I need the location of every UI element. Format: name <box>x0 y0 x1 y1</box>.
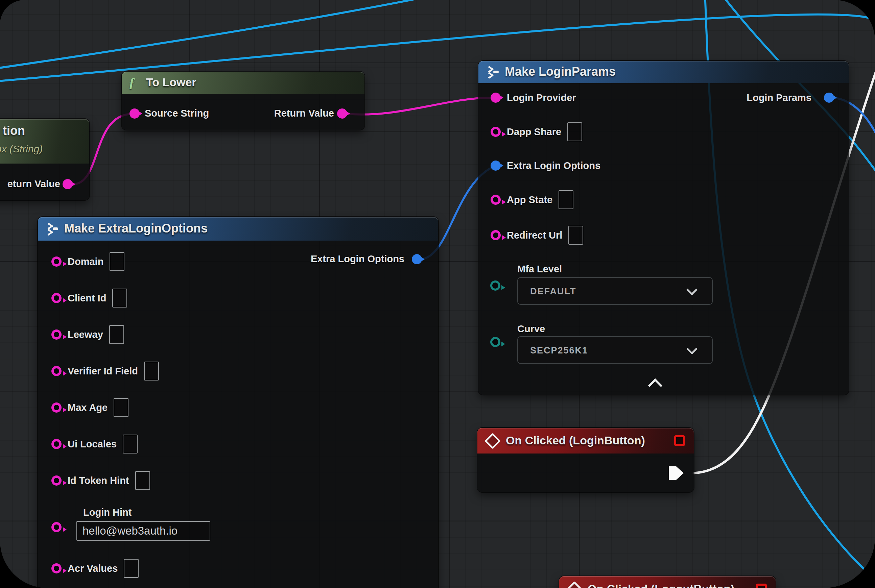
output-pin-login-params[interactable] <box>824 93 834 103</box>
pin-row-app-state: App State <box>490 190 573 210</box>
input-pin-login-provider[interactable] <box>490 93 501 103</box>
pin-label-leeway: Leeway <box>68 329 103 340</box>
pin-label-ui-locales: Ui Locales <box>68 439 117 450</box>
pin-row-id-token-hint: Id Token Hint <box>51 470 150 490</box>
node-make-login-params[interactable]: Make LoginParams Login Provider Dapp Sha… <box>478 61 849 395</box>
pin-row-client-id: Client Id <box>51 288 127 308</box>
domain-value-box[interactable] <box>110 252 125 271</box>
pin-row-extra-login-options-in: Extra Login Options <box>490 156 600 176</box>
node-title: On Clicked (LogoutButton) <box>588 582 734 588</box>
input-pin-max-age[interactable] <box>51 402 62 412</box>
node-make-extra-login-options[interactable]: Make ExtraLoginOptions Domain Client Id … <box>38 217 438 588</box>
pin-row-acr-values: Acr Values <box>51 558 138 579</box>
input-pin-client-id[interactable] <box>51 293 62 303</box>
pin-label-mfa-level: Mfa Level <box>517 264 562 275</box>
input-pin-domain[interactable] <box>51 256 62 267</box>
acr-values-value-box[interactable] <box>124 559 138 578</box>
screenshot-frame: tion ox (String) eturn Value ƒ To Lower … <box>0 0 875 588</box>
pin-label-dapp-share: Dapp Share <box>507 126 561 138</box>
pin-row-leeway: Leeway <box>51 324 124 345</box>
curve-value: SECP256K1 <box>530 337 588 364</box>
wire-cyan-diagonal-1 <box>0 0 453 69</box>
event-diamond-icon <box>566 581 583 588</box>
pin-row-ui-locales: Ui Locales <box>51 434 138 454</box>
app-state-value-box[interactable] <box>559 190 573 209</box>
output-pin-extra-login-options[interactable] <box>412 254 422 264</box>
node-to-lower[interactable]: ƒ To Lower Source String Return Value <box>122 72 364 130</box>
pin-label-login-hint: Login Hint <box>83 507 132 518</box>
node-subtitle-fragment: ox (String) <box>0 143 43 155</box>
pin-label-redirect-url: Redirect Url <box>507 230 562 241</box>
input-pin-extra-login-options[interactable] <box>490 160 501 171</box>
pin-row-dapp-share: Dapp Share <box>490 122 582 142</box>
input-pin-source-string[interactable] <box>129 108 140 118</box>
exec-output-pin[interactable] <box>669 466 684 480</box>
input-pin-leeway[interactable] <box>51 330 62 340</box>
leeway-value-box[interactable] <box>109 325 124 344</box>
pin-row-verifier-id-field: Verifier Id Field <box>51 361 159 381</box>
node-on-clicked-login-header[interactable]: On Clicked (LoginButton) <box>477 428 694 453</box>
node-partial-function-header[interactable]: tion ox (String) <box>0 119 89 164</box>
output-pin-return-value-partial[interactable] <box>63 179 73 189</box>
blueprint-graph-canvas[interactable]: tion ox (String) eturn Value ƒ To Lower … <box>0 0 875 588</box>
node-partial-function[interactable]: tion ox (String) eturn Value <box>0 119 89 200</box>
ui-locales-value-box[interactable] <box>123 435 138 453</box>
pin-label-curve: Curve <box>517 323 545 334</box>
event-red-square-icon[interactable] <box>674 435 685 446</box>
pin-label-extra-login-options-out: Extra Login Options <box>311 254 404 265</box>
input-pin-redirect-url[interactable] <box>490 230 501 240</box>
node-make-extra-login-options-header[interactable]: Make ExtraLoginOptions <box>38 217 438 241</box>
mfa-level-value: DEFAULT <box>530 278 576 305</box>
pin-label-return-value: Return Value <box>274 108 334 119</box>
max-age-value-box[interactable] <box>114 398 128 417</box>
node-on-clicked-logout-header[interactable]: On Clicked (LogoutButton) <box>559 576 776 588</box>
pin-row-domain: Domain <box>51 251 125 272</box>
pin-label-app-state: App State <box>507 194 552 206</box>
node-title: To Lower <box>146 76 197 89</box>
pure-function-icon: ƒ <box>128 74 135 90</box>
node-to-lower-header[interactable]: ƒ To Lower <box>122 72 364 94</box>
make-struct-icon <box>45 222 59 236</box>
id-token-hint-value-box[interactable] <box>135 471 150 490</box>
node-make-login-params-header[interactable]: Make LoginParams <box>478 61 849 83</box>
pin-label-login-params-out: Login Params <box>747 92 812 104</box>
input-pin-acr-values[interactable] <box>51 563 62 573</box>
node-title: On Clicked (LoginButton) <box>506 434 645 447</box>
verifier-id-field-value-box[interactable] <box>144 362 159 381</box>
client-id-value-box[interactable] <box>112 289 127 308</box>
pin-row-redirect-url: Redirect Url <box>490 225 583 245</box>
output-pin-return-value[interactable] <box>337 108 347 118</box>
node-title-fragment: tion <box>3 124 25 138</box>
pin-label-login-provider: Login Provider <box>507 92 576 104</box>
node-on-clicked-login-button[interactable]: On Clicked (LoginButton) <box>477 428 694 492</box>
node-on-clicked-logout-button[interactable]: On Clicked (LogoutButton) <box>559 576 776 588</box>
chevron-down-icon <box>686 344 698 354</box>
node-title: Make ExtraLoginOptions <box>64 221 207 236</box>
mfa-level-dropdown[interactable]: DEFAULT <box>517 277 713 305</box>
node-title: Make LoginParams <box>505 64 616 79</box>
input-pin-login-hint[interactable] <box>51 522 62 532</box>
input-pin-mfa-level[interactable] <box>490 280 501 291</box>
collapse-pins-chevron-icon[interactable] <box>648 378 662 393</box>
wire-pink-tolower-to-loginprovider <box>347 98 492 114</box>
pin-label-return-value-partial: eturn Value <box>8 178 60 190</box>
input-pin-app-state[interactable] <box>490 195 501 205</box>
redirect-url-value-box[interactable] <box>568 226 583 244</box>
input-pin-id-token-hint[interactable] <box>51 476 62 486</box>
curve-dropdown[interactable]: SECP256K1 <box>517 336 713 364</box>
pin-label-domain: Domain <box>68 256 104 267</box>
event-red-square-icon[interactable] <box>756 584 767 588</box>
pin-label-client-id: Client Id <box>68 292 106 304</box>
login-hint-field[interactable]: hello@web3auth.io <box>77 521 210 541</box>
pin-label-acr-values: Acr Values <box>68 563 118 574</box>
dapp-share-value-box[interactable] <box>567 122 582 141</box>
input-pin-ui-locales[interactable] <box>51 439 62 449</box>
pin-label-verifier-id-field: Verifier Id Field <box>68 366 138 377</box>
input-pin-dapp-share[interactable] <box>490 127 501 137</box>
make-struct-icon <box>486 65 499 79</box>
input-pin-verifier-id-field[interactable] <box>51 366 62 376</box>
input-pin-curve[interactable] <box>490 337 501 347</box>
pin-label-max-age: Max Age <box>68 402 108 413</box>
pin-row-max-age: Max Age <box>51 398 128 418</box>
event-diamond-icon <box>484 433 501 449</box>
